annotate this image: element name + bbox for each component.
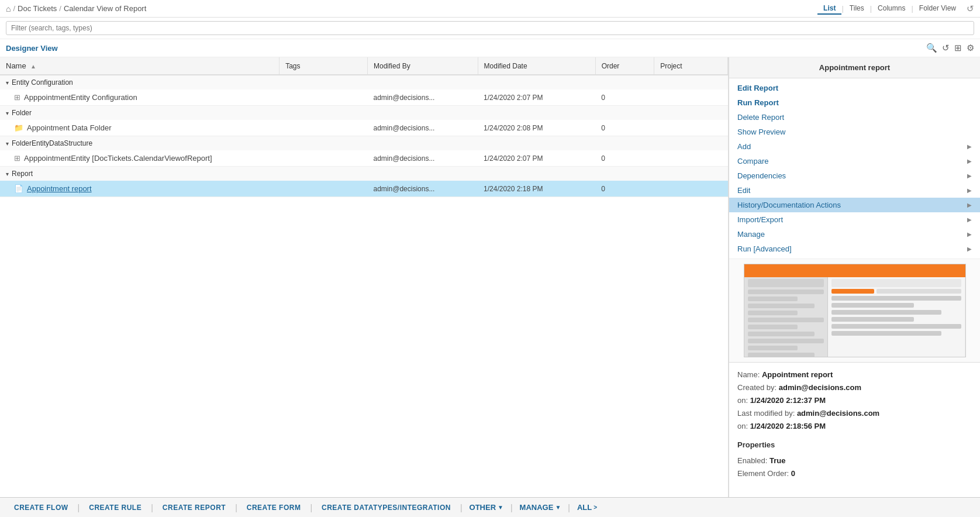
group-row[interactable]: ▾Report — [0, 167, 728, 181]
cell-modified-by: admin@decisions... — [368, 120, 478, 136]
manage-dropdown[interactable]: Manage ▼ — [514, 503, 567, 512]
action-label: Compare — [737, 157, 768, 166]
info-on-2: on: 1/24/2020 2:18:56 PM — [737, 420, 972, 433]
table-row[interactable]: 📄Appointment reportadmin@decisions...1/2… — [0, 181, 728, 197]
tab-list[interactable]: List — [817, 3, 841, 15]
action-item-add[interactable]: Add▶ — [729, 139, 980, 154]
properties-title: Properties — [737, 439, 972, 451]
info-created-by: Created by: admin@decisions.com — [737, 381, 972, 394]
row-link[interactable]: Appointment report — [27, 184, 92, 193]
action-item-compare[interactable]: Compare▶ — [729, 154, 980, 168]
action-menu: Edit ReportRun ReportDelete ReportShow P… — [729, 78, 980, 259]
action-label: Manage — [737, 230, 765, 239]
breadcrumb-sep-1: / — [13, 4, 15, 13]
home-icon[interactable]: ⌂ — [6, 4, 11, 13]
col-name[interactable]: Name ▲ — [0, 57, 279, 75]
preview-image — [744, 264, 966, 357]
cell-project — [654, 150, 728, 167]
cell-tags — [279, 181, 368, 197]
action-item-edit-report[interactable]: Edit Report — [729, 81, 980, 95]
breadcrumb: ⌂ / Doc Tickets / Calendar View of Repor… — [6, 4, 146, 13]
action-label: Import/Export — [737, 215, 783, 224]
col-modified-by[interactable]: Modified By — [368, 57, 478, 75]
tab-tiles[interactable]: Tiles — [844, 3, 870, 15]
tab-columns[interactable]: Columns — [872, 3, 911, 15]
chevron-icon: ▶ — [967, 216, 972, 223]
preview-area — [729, 259, 980, 363]
action-item-run-report[interactable]: Run Report — [729, 95, 980, 110]
action-label: Add — [737, 142, 751, 151]
designer-view-title: Designer View — [6, 44, 58, 53]
col-tags[interactable]: Tags — [279, 57, 368, 75]
breadcrumb-current: Calendar View of Report — [64, 4, 146, 13]
bottom-bar: CREATE FLOW | CREATE RULE | CREATE REPOR… — [0, 497, 980, 517]
other-dropdown-arrow: ▼ — [498, 504, 503, 511]
breadcrumb-doc-tickets[interactable]: Doc Tickets — [18, 4, 57, 13]
action-item-delete-report[interactable]: Delete Report — [729, 110, 980, 125]
all-dropdown-arrow: > — [593, 504, 597, 511]
action-label: Run [Advanced] — [737, 244, 792, 253]
designer-icons: 🔍 ↺ ⊞ ⚙ — [926, 43, 974, 53]
settings-icon[interactable]: ⚙ — [967, 43, 974, 53]
info-enabled: Enabled: True — [737, 454, 972, 467]
top-nav: ⌂ / Doc Tickets / Calendar View of Repor… — [0, 0, 980, 18]
cell-modified-date: 1/24/2020 2:08 PM — [478, 120, 595, 136]
action-label: Edit — [737, 186, 750, 195]
table-row[interactable]: ⊞ApppointmentEntity [DocTickets.Calendar… — [0, 150, 728, 167]
action-item-show-preview[interactable]: Show Preview — [729, 125, 980, 139]
view-tabs: List | Tiles | Columns | Folder View ↺ — [817, 3, 974, 15]
col-project[interactable]: Project — [654, 57, 728, 75]
row-name: Appointment Data Folder — [27, 123, 112, 132]
chevron-icon: ▶ — [967, 173, 972, 179]
group-row[interactable]: ▾FolderEntityDataStructure — [0, 136, 728, 151]
action-label: Run Report — [737, 98, 779, 107]
chevron-icon: ▶ — [967, 202, 972, 208]
cell-modified-by: admin@decisions... — [368, 150, 478, 167]
create-report-button[interactable]: CREATE REPORT — [154, 504, 234, 512]
row-name: ApppointmentEntity Configuration — [24, 93, 137, 102]
info-element-order: Element Order: 0 — [737, 467, 972, 480]
chevron-icon: ▶ — [967, 158, 972, 164]
entity-icon: ⊞ — [14, 93, 20, 102]
tab-folder-view[interactable]: Folder View — [913, 3, 962, 15]
action-item-manage[interactable]: Manage▶ — [729, 227, 980, 242]
breadcrumb-sep-2: / — [59, 4, 61, 13]
main-table: Name ▲ Tags Modified By Modified Date Or… — [0, 57, 728, 197]
chevron-icon: ▶ — [967, 231, 972, 237]
refresh-icon[interactable]: ↺ — [967, 4, 974, 14]
action-item-dependencies[interactable]: Dependencies▶ — [729, 168, 980, 183]
cell-project — [654, 120, 728, 136]
all-dropdown[interactable]: All > — [571, 503, 603, 512]
cell-order: 0 — [595, 181, 654, 197]
group-row[interactable]: ▾Entity Configuration — [0, 75, 728, 89]
cell-modified-by: admin@decisions... — [368, 89, 478, 106]
create-rule-button[interactable]: CREATE RULE — [81, 504, 150, 512]
action-item-import-export[interactable]: Import/Export▶ — [729, 212, 980, 227]
action-item-history-documentation-actions[interactable]: History/Documentation Actions▶ — [729, 198, 980, 212]
manage-dropdown-arrow: ▼ — [555, 504, 561, 511]
action-item-run-advanced-[interactable]: Run [Advanced]▶ — [729, 242, 980, 256]
entity-icon: ⊞ — [14, 154, 20, 163]
search-icon[interactable]: 🔍 — [926, 43, 937, 53]
chevron-icon: ▶ — [967, 143, 972, 150]
create-flow-button[interactable]: CREATE FLOW — [6, 504, 77, 512]
filter-input[interactable] — [6, 21, 974, 35]
action-label: Delete Report — [737, 113, 784, 122]
create-form-button[interactable]: CREATE FORM — [239, 504, 309, 512]
table-row[interactable]: 📁Appointment Data Folderadmin@decisions.… — [0, 120, 728, 136]
create-datatypes-button[interactable]: CREATE DATATYPES/INTEGRATION — [313, 504, 459, 512]
other-dropdown[interactable]: Other ▼ — [464, 503, 509, 512]
col-modified-date[interactable]: Modified Date — [478, 57, 595, 75]
table-panel: Name ▲ Tags Modified By Modified Date Or… — [0, 57, 729, 497]
cell-project — [654, 181, 728, 197]
info-name: Name: Appointment report — [737, 368, 972, 381]
col-order[interactable]: Order — [595, 57, 654, 75]
action-item-edit[interactable]: Edit▶ — [729, 183, 980, 198]
group-row[interactable]: ▾Folder — [0, 106, 728, 120]
layout-icon[interactable]: ⊞ — [954, 43, 962, 53]
cell-modified-by: admin@decisions... — [368, 181, 478, 197]
filter-bar — [0, 18, 980, 39]
refresh-icon[interactable]: ↺ — [942, 43, 950, 53]
table-row[interactable]: ⊞ApppointmentEntity Configurationadmin@d… — [0, 89, 728, 106]
designer-header: Designer View 🔍 ↺ ⊞ ⚙ — [0, 39, 980, 57]
